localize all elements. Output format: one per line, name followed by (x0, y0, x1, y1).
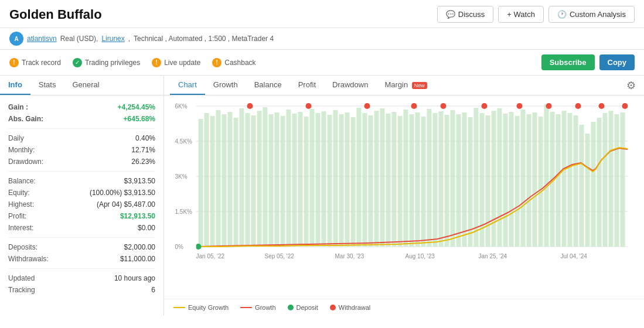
withdrawals-value: $11,000.00 (120, 255, 155, 263)
profit-label: Profit: (8, 212, 26, 220)
updated-row: Updated 10 hours ago (8, 272, 155, 284)
chart-tab-margin[interactable]: Margin New (376, 76, 435, 95)
avatar: A (9, 32, 23, 46)
tab-stats[interactable]: Stats (30, 76, 64, 95)
svg-rect-24 (275, 112, 280, 247)
warn-icon-track: ! (9, 58, 19, 67)
warn-icon-live: ! (152, 58, 161, 67)
chart-tab-profit[interactable]: Profit (290, 76, 324, 95)
monthly-label: Monthly: (8, 146, 35, 154)
svg-rect-42 (380, 108, 385, 247)
svg-text:4.5K%: 4.5K% (175, 138, 193, 145)
svg-rect-28 (298, 112, 303, 247)
new-badge: New (412, 82, 427, 89)
header-actions: 💬 Discuss + Watch 🕐 Custom Analysis (437, 6, 635, 23)
tracking-value: 6 (151, 286, 155, 294)
daily-value: 0.40% (135, 134, 155, 142)
username-link[interactable]: atlantisvn (27, 35, 57, 43)
svg-rect-23 (269, 114, 274, 247)
svg-point-90 (517, 103, 523, 109)
svg-rect-50 (427, 109, 432, 247)
chart-tab-chart[interactable]: Chart (170, 76, 205, 95)
watch-button[interactable]: + Watch (498, 6, 544, 23)
svg-point-92 (575, 103, 581, 109)
svg-rect-69 (539, 117, 543, 247)
svg-point-91 (546, 103, 552, 109)
custom-analysis-button[interactable]: 🕐 Custom Analysis (548, 6, 635, 23)
chart-area: 6K% 4.5K% 3K% 1.5K% 0% (164, 95, 644, 299)
status-cashback[interactable]: ! Cashback (212, 58, 255, 67)
svg-rect-64 (509, 112, 514, 247)
svg-rect-63 (503, 114, 508, 247)
svg-rect-68 (533, 112, 537, 247)
monthly-row: Monthly: 12.71% (8, 144, 155, 156)
svg-rect-62 (498, 108, 502, 247)
gain-label: Gain : (8, 103, 28, 111)
svg-rect-14 (216, 110, 221, 247)
copy-button[interactable]: Copy (599, 54, 635, 70)
chart-tab-drawdown[interactable]: Drawdown (324, 76, 376, 95)
svg-rect-11 (199, 119, 203, 247)
gain-value: +4,254.45% (118, 103, 155, 111)
svg-rect-35 (339, 114, 344, 247)
svg-rect-15 (222, 114, 227, 247)
svg-point-87 (411, 103, 417, 109)
drawdown-value: 26.23% (131, 158, 155, 166)
updated-label: Updated (8, 274, 35, 282)
svg-rect-45 (398, 116, 403, 247)
svg-rect-81 (609, 111, 614, 247)
svg-point-88 (441, 103, 447, 109)
svg-rect-80 (603, 113, 608, 247)
svg-rect-31 (316, 113, 321, 247)
meta-row: A atlantisvn Real (USD), Lirunex , Techn… (0, 28, 644, 50)
svg-rect-55 (456, 114, 461, 247)
svg-rect-77 (585, 134, 590, 247)
tab-general[interactable]: General (64, 76, 107, 95)
divider-4 (8, 268, 155, 269)
legend-equity-growth-label: Equity Growth (188, 304, 229, 311)
gain-row: Gain : +4,254.45% (8, 101, 155, 113)
drawdown-label: Drawdown: (8, 158, 43, 166)
svg-rect-44 (392, 112, 397, 247)
svg-rect-40 (369, 115, 373, 247)
svg-rect-72 (556, 114, 561, 247)
svg-rect-51 (433, 113, 438, 247)
monthly-value: 12.71% (131, 146, 155, 154)
svg-text:Aug 10, '23: Aug 10, '23 (406, 253, 435, 259)
svg-text:Jan 25, '24: Jan 25, '24 (479, 253, 507, 259)
svg-rect-56 (462, 112, 467, 247)
updated-value: 10 hours ago (114, 274, 155, 282)
svg-text:6K%: 6K% (175, 103, 188, 110)
deposits-value: $2,000.00 (124, 243, 155, 251)
svg-rect-27 (292, 114, 297, 247)
svg-rect-73 (562, 111, 567, 247)
chart-settings-button[interactable]: ⚙ (624, 77, 638, 94)
svg-rect-21 (257, 111, 262, 247)
subscribe-button[interactable]: Subscribe (541, 54, 595, 70)
svg-rect-26 (287, 110, 291, 247)
interest-value: $0.00 (138, 224, 155, 232)
svg-rect-41 (374, 111, 379, 247)
equity-label: Equity: (8, 189, 30, 197)
abs-gain-row: Abs. Gain: +645.68% (8, 113, 155, 125)
stats-content: Gain : +4,254.45% Abs. Gain: +645.68% Da… (0, 95, 163, 302)
status-live-update[interactable]: ! Live update (152, 58, 200, 67)
highest-row: Highest: (Apr 04) $5,487.00 (8, 199, 155, 210)
status-trading-privileges[interactable]: ✓ Trading privileges (73, 58, 140, 67)
divider-3 (8, 237, 155, 238)
ok-icon-trading: ✓ (73, 58, 82, 67)
tab-info[interactable]: Info (0, 76, 30, 95)
svg-rect-36 (345, 112, 350, 247)
svg-rect-83 (621, 112, 625, 247)
chart-legend: Equity Growth Growth Deposit Withdrawal (164, 299, 644, 316)
interest-row: Interest: $0.00 (8, 222, 155, 234)
svg-point-84 (247, 103, 253, 109)
broker-link[interactable]: Lirunex (101, 35, 124, 43)
svg-rect-74 (568, 113, 573, 247)
discuss-button[interactable]: 💬 Discuss (437, 6, 494, 23)
svg-rect-43 (386, 114, 391, 247)
chart-tab-balance[interactable]: Balance (246, 76, 290, 95)
svg-rect-48 (415, 112, 420, 247)
chart-tab-growth[interactable]: Growth (205, 76, 246, 95)
status-track-record[interactable]: ! Track record (9, 58, 61, 67)
